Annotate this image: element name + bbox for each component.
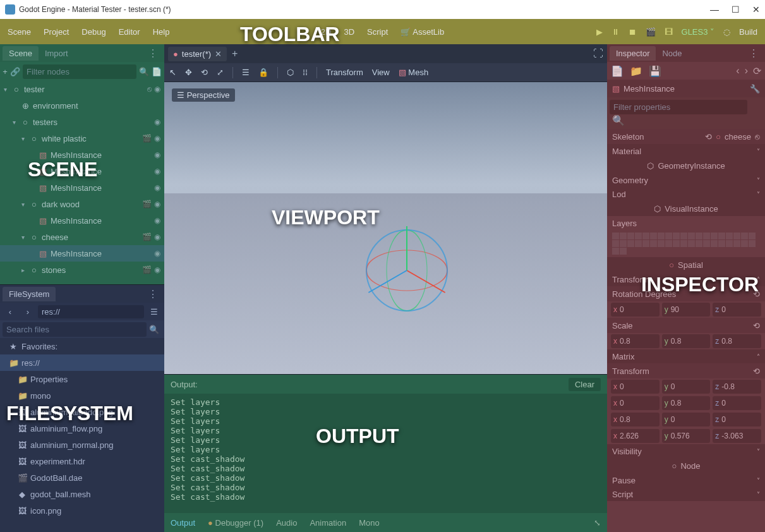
tree-node[interactable]: ▧MeshInstance◉ — [0, 245, 164, 262]
tree-node[interactable]: ▾○cheese🎬◉ — [0, 229, 164, 245]
lock-icon[interactable]: 🔒 — [258, 68, 268, 77]
cat-lod[interactable]: Lod˅ — [607, 187, 765, 201]
menu-editor[interactable]: Editor — [119, 27, 140, 37]
mode-assetlib[interactable]: 🛒 AssetLib — [401, 27, 444, 37]
view-menu[interactable]: View — [372, 68, 390, 77]
fs-item[interactable]: 🖼icon.png — [0, 502, 164, 519]
node-link[interactable]: ○ Node — [607, 458, 765, 473]
tab-node[interactable]: Node — [656, 46, 688, 61]
inspector-filter-input[interactable] — [610, 100, 747, 114]
new-resource-icon[interactable]: 📄 — [611, 65, 623, 77]
tab-scene[interactable]: Scene — [3, 46, 39, 61]
spatial-link[interactable]: ○ Spatial — [607, 257, 765, 272]
tab-mono[interactable]: Mono — [359, 518, 380, 528]
transform-gizmo[interactable] — [350, 214, 464, 327]
cat-material[interactable]: Material˅ — [607, 144, 765, 158]
scene-tab[interactable]: ● tester(*) ✕ — [168, 47, 227, 61]
play-scene-button[interactable]: 🎬 — [646, 27, 656, 37]
fs-view-toggle[interactable]: ☰ — [147, 304, 162, 319]
cat-pause[interactable]: Pause˅ — [607, 473, 765, 487]
cube-icon[interactable]: ⬡ — [287, 68, 294, 77]
tree-node[interactable]: ▧MeshInstance◉ — [0, 212, 164, 229]
assign-icon[interactable]: ⎋ — [755, 132, 760, 142]
3d-viewport[interactable]: ☰ Perspective — [164, 82, 607, 374]
fs-path[interactable]: res:// — [38, 305, 144, 318]
panel-menu-icon[interactable]: ⋮ — [144, 47, 162, 59]
tab-animation[interactable]: Animation — [310, 518, 346, 528]
panel-menu-icon[interactable]: ⋮ — [144, 288, 162, 300]
reset-icon[interactable]: ⟲ — [753, 289, 760, 299]
mesh-menu[interactable]: ▧ Mesh — [399, 68, 428, 77]
reset-icon[interactable]: ⟲ — [753, 321, 760, 330]
distraction-free-button[interactable]: ⛶ — [593, 48, 603, 59]
tree-node[interactable]: ▾○tester⎋◉ — [0, 81, 164, 97]
rot-y[interactable]: y90 — [662, 303, 711, 317]
play-button[interactable]: ▶ — [596, 27, 603, 37]
fs-item[interactable]: 🎬GodotBall.dae — [0, 469, 164, 486]
fs-item[interactable]: 🖼experiment.hdr — [0, 453, 164, 469]
renderer-dropdown[interactable]: GLES3 ˅ — [682, 27, 715, 37]
tab-import[interactable]: Import — [39, 46, 75, 61]
add-tab-button[interactable]: + — [232, 48, 238, 59]
layers-grid[interactable] — [607, 230, 765, 257]
perspective-label[interactable]: ☰ Perspective — [172, 88, 235, 102]
fs-tree[interactable]: ★Favorites:📁res://📁Properties📁mono🖼alumi… — [0, 338, 164, 532]
play-custom-button[interactable]: 🎞 — [665, 27, 673, 37]
select-tool-icon[interactable]: ↖ — [169, 68, 176, 77]
fs-item[interactable]: 📁Properties — [0, 371, 164, 387]
tree-node[interactable]: ▧MeshInstance◉ — [0, 163, 164, 179]
fs-item[interactable]: ★Favorites: — [0, 338, 164, 354]
stop-button[interactable]: ⏹ — [629, 27, 637, 37]
scale-tool-icon[interactable]: ⤢ — [217, 68, 224, 77]
reset-icon[interactable]: ⟲ — [705, 132, 712, 142]
window-close-button[interactable]: ✕ — [752, 4, 760, 15]
tree-node[interactable]: ▾○dark wood🎬◉ — [0, 196, 164, 212]
tree-node[interactable]: ▧MeshInstance◉ — [0, 179, 164, 196]
fs-item[interactable]: 📁res:// — [0, 354, 164, 371]
fs-item[interactable]: 🖼aluminium_normal.png — [0, 437, 164, 453]
scl-x[interactable]: x0.8 — [611, 334, 660, 348]
list-select-icon[interactable]: ☰ — [242, 68, 250, 77]
move-tool-icon[interactable]: ✥ — [185, 68, 192, 77]
cat-script[interactable]: Script˅ — [607, 487, 765, 501]
scene-filter-input[interactable] — [23, 64, 136, 79]
attach-script-button[interactable]: 📄 — [152, 64, 162, 79]
add-node-button[interactable]: + — [3, 64, 8, 79]
clear-button[interactable]: Clear — [569, 378, 601, 391]
tab-output[interactable]: Output — [171, 518, 195, 528]
fs-forward-button[interactable]: › — [20, 304, 35, 319]
fs-back-button[interactable]: ‹ — [3, 304, 18, 319]
open-resource-icon[interactable]: 📁 — [630, 65, 642, 77]
tab-audio[interactable]: Audio — [276, 518, 297, 528]
search-icon[interactable]: 🔍 — [139, 64, 149, 79]
window-maximize-button[interactable]: ☐ — [732, 4, 740, 15]
tool-menu-icon[interactable]: 🔧 — [750, 84, 760, 94]
mode-3d[interactable]: 3D — [344, 27, 354, 37]
tab-inspector[interactable]: Inspector — [610, 46, 656, 61]
menu-debug[interactable]: Debug — [81, 27, 105, 37]
fs-item[interactable]: 📁mono — [0, 387, 164, 404]
transform-menu[interactable]: Transform — [326, 68, 363, 77]
tree-node[interactable]: ▧MeshInstance◉ — [0, 147, 164, 163]
tree-node[interactable]: ▾○testers◉ — [0, 114, 164, 130]
cat-geometry[interactable]: Geometry˅ — [607, 173, 765, 187]
instance-scene-button[interactable]: 🔗 — [10, 64, 20, 79]
menu-help[interactable]: Help — [153, 27, 170, 37]
rot-x[interactable]: x0 — [611, 303, 660, 317]
tab-debugger[interactable]: ● Debugger (1) — [208, 518, 263, 528]
tree-node[interactable]: ▾○white plastic🎬◉ — [0, 130, 164, 147]
search-icon[interactable]: 🔍 — [610, 115, 625, 126]
visual-instance-link[interactable]: ⬡ VisualInstance — [607, 201, 765, 216]
pause-button[interactable]: ⏸ — [611, 27, 620, 37]
history-back-icon[interactable]: ‹ — [736, 65, 739, 77]
geometry-instance-link[interactable]: ⬡ GeometryInstance — [607, 158, 765, 173]
save-resource-icon[interactable]: 💾 — [649, 65, 661, 77]
panel-menu-icon[interactable]: ⋮ — [745, 47, 762, 59]
scl-z[interactable]: z0.8 — [713, 334, 761, 348]
rotate-tool-icon[interactable]: ⟲ — [201, 68, 208, 77]
fs-item[interactable]: 🖼aluminium_albedo.png — [0, 404, 164, 420]
menu-scene[interactable]: Scene — [8, 27, 31, 37]
tree-node[interactable]: ▸○stones🎬◉ — [0, 262, 164, 278]
scene-tree[interactable]: ▾○tester⎋◉⊕environment▾○testers◉▾○white … — [0, 81, 164, 284]
search-icon[interactable]: 🔍 — [147, 322, 162, 337]
